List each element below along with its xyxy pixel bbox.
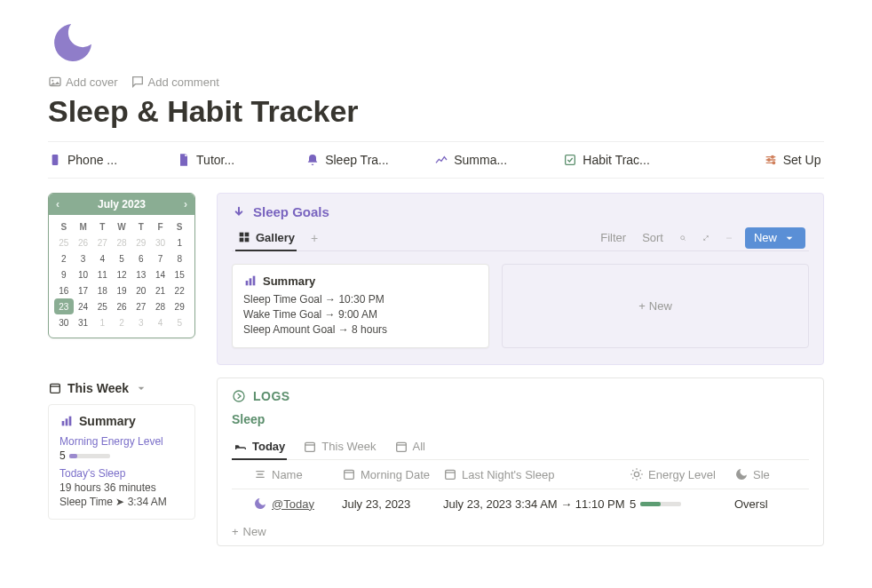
nav-item-tutor[interactable]: Tutor... — [177, 153, 305, 167]
calendar-day[interactable]: 22 — [170, 282, 189, 298]
add-comment-button[interactable]: Add comment — [131, 75, 219, 89]
calendar-day[interactable]: 28 — [151, 298, 170, 314]
thisweek-toggle[interactable]: This Week — [48, 381, 195, 395]
calendar-prev-button[interactable]: ‹ — [56, 198, 59, 211]
tab-label: Today — [252, 440, 285, 453]
calendar-day[interactable]: 14 — [151, 266, 170, 282]
calendar-day[interactable]: 27 — [92, 234, 112, 250]
more-icon[interactable] — [722, 231, 736, 245]
svg-rect-20 — [250, 278, 252, 285]
search-icon[interactable] — [676, 231, 690, 245]
calendar-next-button[interactable]: › — [184, 198, 187, 211]
nav-item-habit[interactable]: Habit Trac... — [563, 153, 692, 167]
calendar-day[interactable]: 25 — [92, 298, 112, 314]
calendar-day[interactable]: 7 — [151, 250, 170, 266]
nav-label: Tutor... — [196, 153, 234, 167]
add-view-button[interactable]: + — [305, 226, 323, 250]
calendar-day[interactable]: 5 — [170, 314, 189, 330]
goal-line: Sleep Time Goal → 10:30 PM — [243, 293, 478, 306]
calendar-day[interactable]: 17 — [74, 282, 93, 298]
calendar-day[interactable]: 30 — [54, 314, 74, 330]
col-energy[interactable]: Energy Level — [648, 468, 716, 481]
goals-summary-card[interactable]: Summary Sleep Time Goal → 10:30 PM Wake … — [232, 264, 489, 348]
chevron-down-icon — [782, 231, 797, 245]
sort-button[interactable]: Sort — [638, 229, 667, 246]
logs-subtitle: Sleep — [232, 412, 809, 426]
logs-tab-thisweek[interactable]: This Week — [301, 433, 377, 459]
checkbox-icon — [563, 153, 577, 167]
calendar-day[interactable]: 25 — [54, 234, 74, 250]
calendar-day[interactable]: 2 — [54, 250, 74, 266]
nav-item-summary[interactable]: Summa... — [434, 153, 563, 167]
logs-title: LOGS — [253, 389, 290, 403]
calendar-day[interactable]: 6 — [131, 250, 151, 266]
summary-card[interactable]: Summary Morning Energy Level 5 Today's S… — [48, 404, 195, 520]
nav-label: Summa... — [454, 153, 507, 167]
new-card-label: New — [649, 299, 672, 313]
calendar-day[interactable]: 3 — [131, 314, 151, 330]
calendar-day[interactable]: 1 — [170, 234, 189, 250]
calendar-day[interactable]: 20 — [131, 282, 151, 298]
calendar-dow: S — [170, 219, 189, 234]
page-icon[interactable] — [48, 18, 98, 68]
calendar-day[interactable]: 11 — [92, 266, 112, 282]
col-name[interactable]: Name — [272, 468, 303, 481]
nav-item-phone[interactable]: Phone ... — [48, 153, 177, 167]
calendar-day[interactable]: 5 — [112, 250, 131, 266]
svg-point-27 — [634, 472, 638, 476]
calendar-icon — [443, 467, 457, 481]
calendar-day[interactable]: 28 — [112, 234, 131, 250]
row-over: Oversl — [734, 497, 777, 511]
calendar-day[interactable]: 13 — [131, 266, 151, 282]
tab-gallery[interactable]: Gallery — [235, 225, 297, 251]
col-date[interactable]: Morning Date — [361, 468, 430, 481]
add-row-button[interactable]: + New — [232, 518, 809, 545]
calendar-dow: W — [112, 219, 131, 234]
calendar-day[interactable]: 9 — [54, 266, 74, 282]
nav-item-sleep[interactable]: Sleep Tra... — [305, 153, 434, 167]
logs-tab-today[interactable]: Today — [232, 433, 287, 460]
arrow-down-icon[interactable] — [232, 205, 246, 219]
calendar-day[interactable]: 21 — [151, 282, 170, 298]
calendar-day[interactable]: 4 — [92, 250, 112, 266]
svg-rect-19 — [246, 281, 249, 285]
calendar-day[interactable]: 27 — [131, 298, 151, 314]
calendar-day[interactable]: 24 — [74, 298, 93, 314]
calendar-day[interactable]: 1 — [92, 314, 112, 330]
calendar-day[interactable]: 29 — [131, 234, 151, 250]
calendar-day[interactable]: 18 — [92, 282, 112, 298]
calendar-day[interactable]: 16 — [54, 282, 74, 298]
col-over[interactable]: Sle — [753, 468, 770, 481]
calendar-day[interactable]: 26 — [112, 298, 131, 314]
calendar[interactable]: ‹ July 2023 › SMTWTFS2526272829301234567… — [48, 193, 195, 338]
calendar-day[interactable]: 4 — [151, 314, 170, 330]
nav-item-setup[interactable]: Set Up — [692, 153, 820, 167]
col-sleep[interactable]: Last Night's Sleep — [462, 468, 554, 481]
text-icon — [253, 467, 267, 481]
calendar-day[interactable]: 19 — [112, 282, 131, 298]
calendar-day[interactable]: 29 — [170, 298, 189, 314]
add-cover-button[interactable]: Add cover — [48, 75, 118, 89]
calendar-day[interactable]: 2 — [112, 314, 131, 330]
logs-tab-all[interactable]: All — [392, 433, 427, 459]
calendar-day[interactable]: 3 — [74, 250, 93, 266]
expand-icon[interactable] — [699, 231, 713, 245]
goals-title: Sleep Goals — [253, 204, 329, 219]
calendar-day[interactable]: 8 — [170, 250, 189, 266]
calendar-day[interactable]: 31 — [74, 314, 93, 330]
calendar-day[interactable]: 12 — [112, 266, 131, 282]
svg-rect-24 — [396, 442, 406, 451]
new-button[interactable]: New — [745, 227, 805, 249]
calendar-day[interactable]: 10 — [74, 266, 93, 282]
row-name[interactable]: @Today — [272, 497, 314, 511]
calendar-day[interactable]: 15 — [170, 266, 189, 282]
calendar-icon — [342, 467, 356, 481]
arrow-circle-icon[interactable] — [232, 389, 246, 403]
page-title[interactable]: Sleep & Habit Tracker — [48, 94, 824, 129]
calendar-day[interactable]: 26 — [74, 234, 93, 250]
calendar-day[interactable]: 23 — [54, 298, 74, 314]
filter-button[interactable]: Filter — [597, 229, 630, 246]
new-card-button[interactable]: + New — [502, 264, 809, 348]
calendar-day[interactable]: 30 — [151, 234, 170, 250]
table-row[interactable]: @Today July 23, 2023 July 23, 2023 3:34 … — [232, 489, 809, 518]
